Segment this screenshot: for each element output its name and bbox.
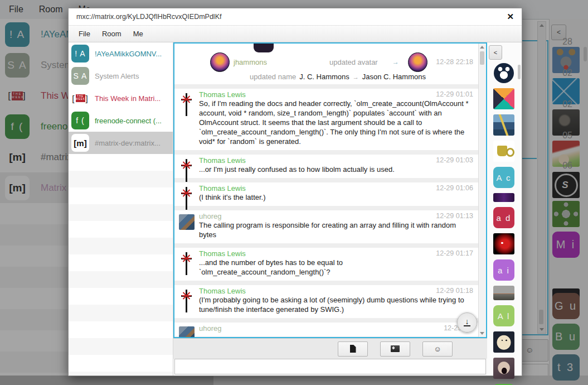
cross-avatar (178, 288, 195, 314)
composer-toolbar: ☺ (173, 338, 487, 359)
room-avatar-twim: [THE WEEK] (71, 89, 89, 107)
message-text: ...or I'm just really confused as to how… (199, 165, 473, 174)
screen: File Room Me ! A !AYeAMikkGOMNV... S A S… (0, 0, 588, 385)
chat-column: jhammons updated avatar → 12-28 22:18 up… (173, 42, 487, 376)
emoji-icon: ☺ (434, 345, 441, 353)
member-avatar-checker[interactable] (493, 88, 514, 109)
dialog-title: mxc://matrix.org/KyLDJQfIHbRcvxQIEDmPdlK… (76, 13, 221, 21)
message-timeline[interactable]: jhammons updated avatar → 12-28 22:18 up… (173, 42, 487, 338)
member-list: < A c a d a i A l am (487, 42, 522, 376)
message: 12-29 01:17 Thomas Lewis ...and the numb… (174, 248, 479, 281)
room-avatar: S A (71, 67, 89, 85)
event-timestamp: 12-28 22:18 (436, 58, 473, 66)
scroll-down-icon[interactable] (480, 332, 484, 335)
bracket: ] (86, 94, 89, 103)
message-text: (I'm probably going to be asking a lot o… (199, 295, 473, 314)
message-timestamp: 12-29 01:03 (436, 156, 473, 164)
room-avatar: f ( (71, 112, 89, 129)
room-item[interactable]: ! A !AYeAMikkGOMNV... (69, 42, 173, 65)
message-text: ...and the number of bytes has to be equ… (199, 258, 473, 277)
image-viewer-dialog: mxc://matrix.org/KyLDJQfIHbRcvxQIEDmPdlK… (68, 8, 522, 376)
message-text: The calling program is responsible for c… (199, 220, 473, 239)
avatar-initials: a d (497, 213, 512, 223)
jhammons-new-avatar (408, 52, 427, 72)
arrow-right-icon: → (392, 58, 399, 66)
old-display-name: J. C. Hammons (299, 73, 349, 81)
member-avatar-banner[interactable] (493, 193, 514, 202)
message-text: (I think it's the latter.) (199, 192, 473, 202)
member-avatar-plane-photo[interactable] (493, 114, 514, 136)
attach-image-button[interactable] (380, 341, 410, 357)
twim-logo: THE WEEK (76, 94, 85, 102)
emoji-button[interactable]: ☺ (422, 341, 453, 357)
message-sender: Thomas Lewis (199, 90, 473, 99)
dialog-titlebar[interactable]: mxc://matrix.org/KyLDJQfIHbRcvxQIEDmPdlK… (69, 8, 522, 26)
down-arrow-bar (464, 325, 470, 326)
clipped-avatar (254, 44, 274, 52)
room-item-selected[interactable]: [m] #matrix-dev:matrix... (69, 132, 173, 154)
message-timestamp: 12-29 01:17 (436, 249, 473, 257)
member-avatar-ai[interactable]: a i (493, 259, 514, 281)
message-timestamp: 12-29 01:13 (436, 212, 473, 220)
room-label: !AYeAMikkGOMNV... (95, 50, 162, 58)
member-avatar-dog[interactable] (493, 331, 514, 353)
jump-to-bottom-button[interactable]: ↓ (457, 312, 477, 333)
member-avatar-github[interactable] (494, 63, 514, 83)
member-avatar-mug[interactable] (493, 141, 514, 162)
event-sender: jhammons (234, 58, 267, 66)
avatar-initials: A l (498, 311, 511, 321)
cross-avatar (178, 186, 195, 211)
arrow-right-icon: → (353, 74, 359, 80)
message: 12-29 01:18 Thomas Lewis (I'm probably g… (174, 285, 479, 318)
menu-me[interactable]: Me (133, 30, 143, 38)
down-arrow-icon: ↓ (465, 319, 469, 325)
event-action: updated avatar (329, 58, 378, 66)
room-item[interactable]: S A System Alerts (69, 65, 173, 87)
attach-file-button[interactable] (338, 341, 368, 357)
room-list: ! A !AYeAMikkGOMNV... S A System Alerts … (69, 42, 173, 376)
message-sender: Thomas Lewis (199, 156, 473, 165)
member-avatar-ad[interactable]: a d (493, 207, 514, 228)
message: 12-29 01:03 Thomas Lewis ...or I'm just … (174, 155, 479, 178)
member-avatar-demon[interactable] (493, 233, 514, 254)
scrollbar-handle[interactable] (480, 51, 484, 65)
room-label: freenode-connect (... (95, 117, 162, 125)
message: 12-29 01:06 Thomas Lewis (I think it's t… (174, 182, 479, 206)
member-avatar-landscape[interactable] (493, 286, 514, 300)
member-avatar-al[interactable]: A l (493, 305, 514, 326)
cross-avatar (178, 158, 195, 184)
room-avatar: ! A (71, 45, 89, 62)
member-avatar-ac[interactable]: A c (493, 167, 514, 188)
message-timestamp: 12-29 01:06 (436, 184, 473, 192)
message-sender: uhoreg (199, 324, 473, 333)
room-avatar: [m] (71, 134, 89, 152)
member-avatar-scream[interactable] (493, 358, 514, 379)
message-text: So, if I'm reading the docs and header c… (199, 99, 473, 146)
collapse-members-button[interactable]: < (489, 45, 502, 60)
file-icon (350, 345, 356, 353)
scroll-up-icon[interactable] (480, 46, 484, 49)
bracket: [ (72, 94, 75, 103)
message-timestamp: 12-29 01:01 (436, 90, 473, 98)
room-item[interactable]: [THE WEEK] This Week in Matri... (69, 87, 173, 109)
uhoreg-avatar (179, 326, 195, 338)
menu-file[interactable]: File (79, 30, 90, 38)
state-event-block: jhammons updated avatar → 12-28 22:18 up… (174, 44, 479, 84)
chevron-left-icon: < (494, 49, 497, 56)
message-clipped: 12-29 01: uhoreg (174, 323, 479, 336)
room-list-empty-area (69, 154, 173, 376)
message-sender: uhoreg (199, 212, 473, 220)
uhoreg-avatar (179, 214, 195, 230)
room-label: #matrix-dev:matrix... (95, 139, 161, 147)
room-item[interactable]: f ( freenode-connect (... (69, 109, 173, 132)
jhammons-avatar (210, 52, 230, 72)
timeline-scrollbar[interactable] (478, 44, 486, 337)
message-sender: Thomas Lewis (199, 249, 473, 258)
image-icon (391, 345, 400, 352)
member-list-scrollbar[interactable] (518, 65, 521, 79)
new-display-name: Jason C. Hammons (362, 73, 426, 81)
menu-room[interactable]: Room (102, 30, 122, 38)
close-icon[interactable]: ✕ (507, 12, 514, 22)
dialog-menubar: File Room Me (69, 26, 522, 42)
message-input[interactable] (174, 359, 486, 374)
